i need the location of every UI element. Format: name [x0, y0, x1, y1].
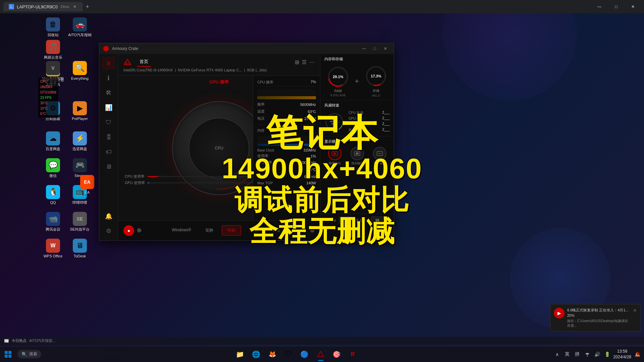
news-content: AITO汽车报损...	[29, 338, 56, 343]
desktop-icon-qq[interactable]: 🐧 QQ	[40, 184, 66, 206]
search-icon: 🔍	[21, 352, 27, 357]
baidu-label: 百度网盘	[46, 147, 60, 151]
notification-content: 6.6晚正式恢复录制 正在传入：4月1... 20% 路径：C:\Users\A…	[567, 308, 630, 328]
clock-date: 2024/4/28	[613, 354, 631, 360]
temp-row2: 10°C	[40, 106, 56, 111]
tab-ping: 24ms	[60, 5, 69, 9]
desktop-icon-everything[interactable]: 🔍 Everything	[66, 60, 93, 82]
desktop-icons-column2: 🚗 AITO汽车报销	[66, 16, 93, 39]
desktop-icon-sewar-wrap: SE SE对战平台	[66, 210, 93, 233]
tencent-meeting-icon: 📹	[46, 212, 60, 226]
desktop-icon-netease[interactable]: 🎵 网易云音乐	[40, 39, 66, 61]
desktop-icon-xunlei[interactable]: ⚡ 迅雷网盘	[66, 130, 93, 153]
tab-close-button[interactable]: ✕	[72, 4, 77, 9]
wps-label: WPS Office	[44, 254, 63, 258]
taskbar-app-rog[interactable]: R	[345, 347, 360, 362]
tray-volume-icon[interactable]: 🔊	[593, 350, 601, 358]
xunlei-label: 迅雷网盘	[72, 147, 87, 151]
taskbar-news-bar: 📰 今日热点 AITO汽车报损...	[0, 337, 644, 345]
recyclebin-icon: 🗑	[46, 17, 60, 32]
everything-icon: 🔍	[73, 61, 87, 75]
desktop-icon-potplayer[interactable]: ▶ PotPlayer	[66, 100, 93, 122]
taskbar-app-fileexplorer[interactable]: 📁	[233, 347, 248, 362]
taskbar-app-armoury[interactable]	[313, 347, 328, 362]
browser-tab-active[interactable]: L LAPTOP-UL9CR9C0 24ms ✕	[3, 2, 83, 11]
steam-icon: 🎮	[73, 158, 87, 172]
wechat-icon: 💬	[46, 158, 60, 172]
desktop-icon-aito[interactable]: 🚗 AITO汽车报销	[66, 16, 93, 39]
start-square-tr	[8, 351, 11, 354]
veryark-icon: V	[46, 61, 60, 75]
start-square-br	[8, 355, 11, 358]
gpu-model: GTX1080ti	[40, 90, 56, 95]
netease-icon: 🎵	[46, 40, 60, 54]
notification-modal: ▶ 6.6晚正式恢复录制 正在传入：4月1... 20% 路径：C:\Users…	[550, 304, 641, 332]
news-icon: 📰	[4, 339, 9, 343]
notification-icon: ▶	[554, 308, 565, 318]
notification-close-btn[interactable]: ✕	[633, 308, 637, 313]
desktop-icon-baidu[interactable]: ☁ 百度网盘	[40, 130, 66, 153]
desktop-icon-todesk[interactable]: 🖥 ToDesk	[66, 237, 93, 260]
cpu-model-line: CPU	[40, 79, 56, 84]
tab-add-button[interactable]: +	[83, 2, 92, 11]
browser-maximize-btn[interactable]: □	[608, 1, 624, 12]
title-line-4: 全程无删减	[249, 216, 395, 247]
desktop-icon-xunlei-wrap: ⚡ 迅雷网盘	[66, 130, 93, 153]
taskbar-app-game[interactable]: 🎯	[329, 347, 344, 362]
language-cn-text: 拼	[575, 351, 580, 357]
taskbar-tray: ∧ 英 拼 🔊 🔋 13:58 2024/4/28 🔔	[550, 349, 644, 360]
qq-label: QQ	[50, 200, 56, 205]
desktop-icon-wps[interactable]: W WPS Office	[40, 237, 66, 260]
language-en-text: 英	[565, 351, 570, 357]
start-square-bl	[5, 355, 8, 358]
tray-wifi-icon[interactable]	[583, 350, 591, 358]
browser-close-btn[interactable]: ✕	[625, 1, 641, 12]
recyclebin-label: 回收站	[48, 33, 59, 37]
start-button[interactable]	[0, 346, 16, 362]
taskbar-search-box[interactable]: 🔍 搜索	[17, 350, 41, 358]
desktop-icon-sewar[interactable]: SE SE对战平台	[66, 210, 93, 233]
desktop-icons-row2-col2: 🔍 Everything	[66, 60, 93, 82]
taskbar-center-apps: 📁 🌐 🦊 🛡 🔵 🎯 R	[43, 347, 550, 362]
aito-icon: 🚗	[73, 17, 87, 32]
desktop-icon-everything2-wrap: ▶ PotPlayer	[66, 100, 93, 122]
tencent-meeting-label: 腾讯会议	[46, 227, 60, 232]
perf-display: 6°C	[40, 111, 56, 117]
desktop-icon-recyclebin[interactable]: 🗑 回收站	[40, 16, 66, 39]
desktop-icon-ea-wrap: EA EA	[77, 174, 97, 196]
qq-icon: 🐧	[46, 185, 60, 199]
potplayer-icon: ▶	[73, 101, 87, 115]
taskbar-app-edge[interactable]: 🌐	[249, 347, 264, 362]
cpu-info-bar: CPU i3600KF GTX1080ti 23 FPS 30°C 10°C 6…	[38, 78, 58, 118]
cpu-model-name: i3600KF	[40, 84, 56, 90]
ea-label: EA	[85, 190, 90, 195]
browser-minimize-btn[interactable]: —	[592, 1, 607, 12]
video-title-overlay: 笔记本 14900hx+4060 调试前后对比 全程无删减	[97, 14, 547, 345]
desktop-icon-wps-wrap: W WPS Office	[40, 237, 66, 260]
taskbar-app-shield[interactable]: 🛡	[281, 347, 296, 362]
browser-bar: L LAPTOP-UL9CR9C0 24ms ✕ + — □ ✕	[0, 0, 644, 13]
search-label: 搜索	[29, 351, 37, 357]
desktop-icon-tencent-meeting[interactable]: 📹 腾讯会议	[40, 210, 66, 233]
bilibili-label: 哔哩哔哩	[72, 200, 87, 205]
wifi-svg	[585, 352, 590, 357]
tray-battery-icon[interactable]: 🔋	[603, 350, 611, 358]
browser-window-controls: — □ ✕	[592, 1, 641, 12]
sewar-label: SE对战平台	[70, 227, 90, 232]
taskbar-app-browser2[interactable]: 🦊	[265, 347, 280, 362]
taskbar-clock[interactable]: 13:58 2024/4/28	[613, 349, 631, 360]
potplayer-label: PotPlayer	[72, 117, 88, 121]
desktop-icon-qq-wrap: 🐧 QQ	[40, 184, 66, 206]
start-icon	[5, 351, 11, 358]
fps-display: 23 FPS	[40, 95, 56, 101]
temp-row: 30°C	[40, 101, 56, 106]
clock-time: 13:58	[613, 349, 631, 354]
wechat-label: 微信	[49, 174, 57, 178]
desktop-icon-wechat[interactable]: 💬 微信	[40, 157, 66, 179]
tray-language-en[interactable]: 英	[563, 350, 571, 358]
tray-chevron-up[interactable]: ∧	[553, 350, 561, 358]
taskbar-app-blue[interactable]: 🔵	[297, 347, 312, 362]
desktop-icon-ea[interactable]: EA EA	[77, 174, 97, 196]
notification-title: 6.6晚正式恢复录制 正在传入：4月1... 20%	[567, 308, 630, 318]
tray-language-cn[interactable]: 拼	[573, 350, 581, 358]
